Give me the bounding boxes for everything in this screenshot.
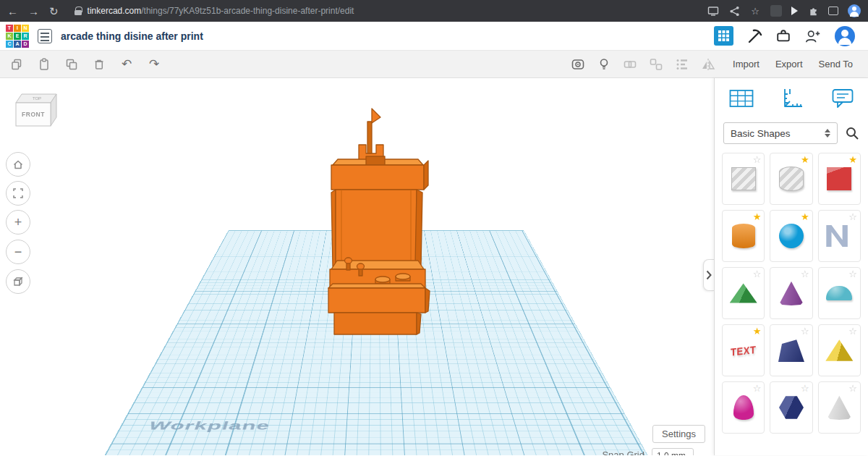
browser-profile-avatar[interactable] (848, 4, 861, 17)
browser-forward-icon[interactable]: → (28, 6, 39, 17)
cast-icon[interactable] (707, 5, 719, 17)
fit-view-button[interactable] (6, 181, 30, 206)
3d-viewport[interactable]: Workplane (0, 78, 714, 455)
favorite-star-icon[interactable]: ☆ (848, 326, 857, 336)
share-icon[interactable] (728, 5, 740, 17)
search-shapes-icon[interactable] (845, 126, 859, 140)
shape-tile-scribble[interactable]: ☆ (818, 210, 861, 262)
favorite-star-icon[interactable]: ★ (753, 326, 762, 336)
bookmark-star-icon[interactable]: ☆ (749, 5, 761, 17)
scribble-shape-icon (826, 225, 852, 247)
duplicate-icon[interactable] (62, 55, 81, 74)
ssl-lock-icon (75, 7, 82, 15)
browser-sidebar-icon[interactable] (828, 7, 838, 15)
home-view-button[interactable] (6, 152, 30, 177)
half-sphere-shape-icon (826, 286, 852, 300)
favorite-star-icon[interactable]: ☆ (753, 269, 762, 279)
send-to-button[interactable]: Send To (811, 55, 861, 73)
browser-back-icon[interactable]: ← (7, 6, 18, 17)
paste-icon[interactable] (35, 55, 54, 74)
shape-tile-sphere[interactable]: ★ (770, 210, 812, 262)
import-button[interactable]: Import (725, 55, 767, 73)
extension-play-icon[interactable] (791, 7, 798, 15)
settings-button[interactable]: Settings (652, 425, 705, 443)
undo-icon[interactable]: ↶ (117, 55, 136, 74)
favorite-star-icon[interactable]: ★ (801, 212, 809, 221)
mirror-flip-icon[interactable] (699, 55, 718, 74)
favorite-star-icon[interactable]: ☆ (753, 384, 762, 393)
shape-tile-hole-box[interactable]: ☆ (722, 153, 765, 205)
shape-tile-cylinder[interactable]: ★ (722, 210, 765, 262)
perspective-toggle-button[interactable] (6, 269, 30, 294)
dashboard-grid-button[interactable] (714, 26, 733, 46)
copy-icon[interactable] (7, 55, 26, 74)
invite-person-icon[interactable] (804, 28, 822, 44)
ungroup-icon[interactable] (647, 55, 665, 74)
minecraft-export-pickaxe-icon[interactable] (746, 28, 762, 44)
favorite-star-icon[interactable]: ☆ (753, 155, 762, 164)
align-icon[interactable] (673, 55, 692, 74)
viewcube-top-label[interactable]: TOP (33, 96, 41, 101)
logo-letter: D (22, 41, 29, 48)
panel-collapse-chevron[interactable] (703, 259, 714, 291)
browser-chrome: ← → ↻ tinkercad.com/things/77yKA9tz51b-a… (0, 0, 868, 22)
favorite-star-icon[interactable]: ☆ (848, 212, 857, 221)
favorite-star-icon[interactable]: ★ (801, 155, 809, 164)
lights-bulb-icon[interactable] (595, 55, 613, 74)
favorite-star-icon[interactable]: ★ (848, 155, 857, 164)
shapes-category-value: Basic Shapes (731, 128, 791, 139)
text-shape-icon: TEXT (731, 343, 756, 358)
shape-tile-half-sphere[interactable]: ☆ (818, 267, 861, 319)
workplane-tool-icon[interactable] (729, 88, 754, 111)
shapes-panel: Basic Shapes ☆★★★★☆☆☆☆★TEXT☆☆☆☆☆ (714, 78, 868, 455)
arcade-cabinet-model[interactable] (0, 78, 714, 455)
sphere-shape-icon (779, 224, 804, 248)
shapes-category-dropdown[interactable]: Basic Shapes (723, 122, 838, 144)
zoom-in-button[interactable]: + (6, 210, 30, 235)
favorite-star-icon[interactable]: ★ (753, 212, 762, 221)
browser-reload-icon[interactable]: ↻ (49, 6, 59, 17)
shape-tile-text[interactable]: ★TEXT (722, 324, 765, 376)
snap-grid-label: Snap Grid (602, 449, 644, 455)
design-menu-icon[interactable] (38, 29, 52, 43)
favorite-star-icon[interactable]: ☆ (801, 384, 809, 393)
shape-tile-hole-cylinder[interactable]: ★ (770, 153, 812, 205)
shapes-grid: ☆★★★★☆☆☆☆★TEXT☆☆☆☆☆ (715, 150, 868, 436)
edit-toolbar: ↶ ↷ Import Export Send To (0, 51, 868, 78)
cone-shape-icon (827, 395, 851, 420)
notes-tool-icon[interactable] (832, 88, 854, 111)
account-avatar[interactable] (835, 26, 855, 46)
pyramid-shape-icon (825, 339, 853, 362)
snap-grid-value-dropdown[interactable]: 1.0 mm (652, 448, 694, 455)
zoom-out-button[interactable]: − (6, 240, 30, 264)
favorite-star-icon[interactable]: ☆ (848, 269, 857, 279)
redo-icon[interactable]: ↷ (145, 55, 163, 74)
shape-tile-roof[interactable]: ☆ (722, 267, 765, 319)
show-all-icon[interactable] (569, 55, 587, 74)
tinkercad-logo[interactable]: T I N K E R C A D (6, 25, 29, 48)
shape-tile-pyramid[interactable]: ☆ (818, 324, 861, 376)
shape-tile-polygon[interactable]: ☆ (770, 381, 812, 434)
polygon-shape-icon (779, 395, 804, 420)
shape-tile-cone[interactable]: ☆ (770, 267, 812, 319)
export-button[interactable]: Export (767, 55, 811, 73)
shape-tile-paraboloid[interactable]: ☆ (722, 381, 765, 434)
viewcube-front-label[interactable]: FRONT (22, 111, 45, 118)
favorite-star-icon[interactable]: ☆ (801, 326, 809, 336)
shape-tile-cone[interactable]: ☆ (818, 381, 861, 434)
favorite-star-icon[interactable]: ☆ (801, 269, 809, 279)
portfolio-bag-icon[interactable] (775, 28, 791, 44)
logo-letter: R (22, 33, 29, 40)
extension-badge-icon[interactable] (770, 5, 782, 17)
design-title[interactable]: arcade thing disine after print (61, 30, 203, 42)
shape-tile-wedge[interactable]: ☆ (770, 324, 812, 376)
delete-trash-icon[interactable] (90, 55, 109, 74)
view-cube[interactable]: TOP FRONT (12, 87, 59, 133)
extensions-puzzle-icon[interactable] (807, 5, 819, 17)
shape-tile-box[interactable]: ★ (818, 153, 861, 205)
group-icon[interactable] (621, 55, 639, 74)
address-bar[interactable]: tinkercad.com/things/77yKA9tz51b-arcade-… (88, 6, 354, 16)
favorite-star-icon[interactable]: ☆ (848, 384, 857, 393)
logo-letter: A (14, 41, 21, 48)
ruler-tool-icon[interactable] (782, 88, 804, 112)
